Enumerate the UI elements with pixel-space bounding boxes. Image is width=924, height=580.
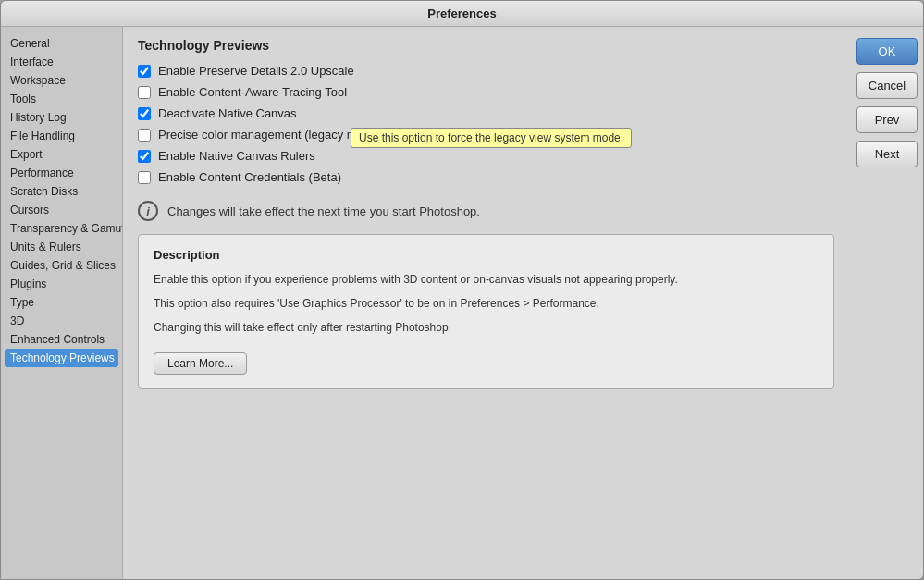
- sidebar-item-guides--grid---slices[interactable]: Guides, Grid & Slices: [1, 256, 122, 275]
- buttons-area: OK Cancel Prev Next: [849, 27, 923, 579]
- checkbox-cb4[interactable]: [138, 129, 151, 142]
- sidebar-item-plugins[interactable]: Plugins: [1, 275, 122, 293]
- description-box: Description Enable this option if you ex…: [138, 234, 834, 389]
- checkbox-cb3[interactable]: [138, 107, 151, 120]
- sidebar-item-history-log[interactable]: History Log: [1, 108, 122, 127]
- sidebar-item-enhanced-controls[interactable]: Enhanced Controls: [1, 330, 122, 349]
- checkbox-row-3: Precise color management (legacy mode)Us…: [138, 128, 834, 142]
- sidebar-item-interface[interactable]: Interface: [1, 53, 122, 71]
- sidebar-item-general[interactable]: General: [1, 34, 122, 53]
- description-text1: Enable this option if you experience pro…: [154, 271, 819, 288]
- checkbox-label-cb1: Enable Preserve Details 2.0 Upscale: [158, 64, 354, 78]
- checkbox-cb5[interactable]: [138, 150, 151, 163]
- checkbox-label-cb6: Enable Content Credentials (Beta): [158, 170, 341, 184]
- next-button[interactable]: Next: [856, 141, 918, 167]
- checkbox-row-1: Enable Content-Aware Tracing Tool: [138, 85, 834, 99]
- checkbox-label-cb3: Deactivate Native Canvas: [158, 106, 297, 120]
- section-title: Technology Previews: [138, 38, 834, 53]
- sidebar-item-export[interactable]: Export: [1, 145, 122, 164]
- sidebar: GeneralInterfaceWorkspaceToolsHistory Lo…: [1, 27, 123, 579]
- cancel-button[interactable]: Cancel: [856, 72, 918, 99]
- checkbox-row-4: Enable Native Canvas Rulers: [138, 149, 834, 163]
- sidebar-item-units---rulers[interactable]: Units & Rulers: [1, 238, 122, 256]
- checkbox-row-2: Deactivate Native Canvas: [138, 106, 834, 120]
- sidebar-item-file-handling[interactable]: File Handling: [1, 127, 122, 145]
- sidebar-item-performance[interactable]: Performance: [1, 164, 122, 182]
- main-area: Technology Previews Enable Preserve Deta…: [123, 27, 849, 579]
- prev-button[interactable]: Prev: [856, 106, 918, 133]
- checkbox-row-0: Enable Preserve Details 2.0 Upscale: [138, 64, 834, 78]
- tooltip-legacy-mode: Use this option to force the legacy view…: [351, 128, 632, 148]
- sidebar-item-tools[interactable]: Tools: [1, 90, 122, 108]
- sidebar-item-3d[interactable]: 3D: [1, 312, 122, 330]
- dialog-title: Preferences: [1, 1, 923, 27]
- preferences-dialog: Preferences GeneralInterfaceWorkspaceToo…: [0, 0, 924, 580]
- checkbox-label-cb4: Precise color management (legacy mode): [158, 128, 381, 142]
- checkbox-label-cb2: Enable Content-Aware Tracing Tool: [158, 85, 347, 99]
- info-icon: i: [138, 201, 158, 221]
- title-text: Preferences: [427, 6, 496, 20]
- sidebar-item-type[interactable]: Type: [1, 293, 122, 312]
- checkbox-row-5: Enable Content Credentials (Beta): [138, 170, 834, 184]
- info-text: Changes will take effect the next time y…: [167, 204, 480, 218]
- checkbox-label-cb5: Enable Native Canvas Rulers: [158, 149, 315, 163]
- sidebar-item-scratch-disks[interactable]: Scratch Disks: [1, 182, 122, 201]
- info-row: i Changes will take effect the next time…: [138, 201, 834, 221]
- checkbox-cb2[interactable]: [138, 86, 151, 99]
- dialog-body: GeneralInterfaceWorkspaceToolsHistory Lo…: [1, 27, 923, 579]
- sidebar-item-technology-previews[interactable]: Technology Previews: [5, 349, 118, 367]
- description-title: Description: [154, 248, 819, 262]
- checkbox-list: Enable Preserve Details 2.0 UpscaleEnabl…: [138, 64, 834, 191]
- ok-button[interactable]: OK: [856, 38, 918, 65]
- checkbox-cb6[interactable]: [138, 171, 151, 184]
- learn-more-button[interactable]: Learn More...: [154, 352, 247, 375]
- description-text2: This option also requires 'Use Graphics …: [154, 295, 819, 312]
- sidebar-item-transparency---gamut[interactable]: Transparency & Gamut: [1, 219, 122, 238]
- checkbox-cb1[interactable]: [138, 65, 151, 78]
- sidebar-item-workspace[interactable]: Workspace: [1, 71, 122, 90]
- description-text3: Changing this will take effect only afte…: [154, 319, 819, 336]
- sidebar-item-cursors[interactable]: Cursors: [1, 201, 122, 219]
